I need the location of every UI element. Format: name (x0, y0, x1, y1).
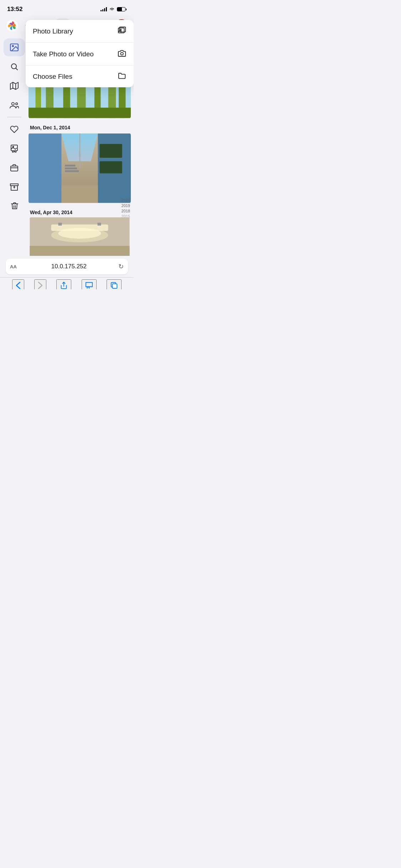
camera-icon (118, 49, 127, 59)
choose-files-label: Choose Files (33, 73, 72, 81)
dropdown-item-photo-library[interactable]: Photo Library (26, 20, 134, 43)
folder-icon (118, 72, 127, 81)
dropdown-item-choose-files[interactable]: Choose Files (26, 66, 134, 87)
dropdown-overlay[interactable]: Photo Library Take Photo or Video Ch (0, 0, 134, 289)
dropdown-item-take-photo[interactable]: Take Photo or Video (26, 43, 134, 66)
photo-library-label: Photo Library (33, 27, 73, 35)
dropdown-menu: Photo Library Take Photo or Video Ch (26, 20, 134, 87)
svg-point-58 (120, 52, 123, 55)
photo-library-icon (118, 26, 127, 36)
take-photo-label: Take Photo or Video (33, 50, 94, 58)
